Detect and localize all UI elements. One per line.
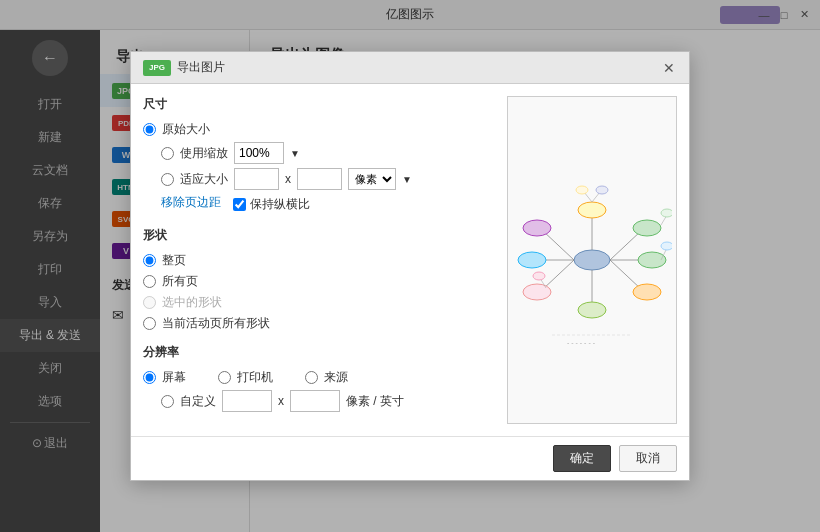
dialog-body: 尺寸 原始大小 使用缩放 ▼ 适应大小 736 [131,84,689,436]
screen-dpi-label: 屏幕 [162,369,186,386]
svg-point-18 [661,209,672,217]
dialog-title-text: 导出图片 [177,59,225,76]
custom-dpi-row: 自定义 96 x 96 像素 / 英寸 [143,390,495,412]
custom-dpi-label: 自定义 [180,393,216,410]
custom-dpi-w-input[interactable]: 96 [222,390,272,412]
keep-ratio-checkbox[interactable] [233,198,246,211]
svg-line-4 [542,230,574,260]
dialog-title-area: JPG 导出图片 [143,59,225,76]
custom-dpi-h-input[interactable]: 96 [290,390,340,412]
fit-label: 适应大小 [180,171,228,188]
svg-point-0 [574,250,610,270]
dpi-row: 屏幕 打印机 来源 [143,369,495,386]
svg-line-6 [542,260,574,290]
fit-row: 适应大小 736 x 728 像素 厘米 英寸 ▼ [143,168,495,190]
dialog-right-panel: - - - - - - - [507,96,677,424]
dialog-title-icon: JPG [143,60,171,76]
keep-ratio-label: 保持纵横比 [250,196,310,213]
svg-point-22 [533,272,545,280]
all-pages-radio[interactable] [143,254,156,267]
svg-point-20 [661,242,672,250]
size-section: 尺寸 原始大小 使用缩放 ▼ 适应大小 736 [143,96,495,215]
svg-point-15 [578,202,606,218]
fit-radio[interactable] [161,173,174,186]
fit-x-label: x [285,172,291,186]
scale-row: 使用缩放 ▼ [143,142,495,164]
all-pages-label: 整页 [162,252,186,269]
remove-margin-link[interactable]: 移除页边距 [161,194,221,211]
svg-line-3 [610,260,642,290]
margin-checkbox-row: 移除页边距 保持纵横比 [143,194,495,215]
custom-dpi-radio[interactable] [161,395,174,408]
ok-button[interactable]: 确定 [553,445,611,472]
svg-point-11 [633,284,661,300]
current-page-shapes-row: 当前活动页所有形状 [143,315,495,332]
svg-point-16 [578,302,606,318]
shape-section: 形状 整页 所有页 选中的形状 当前活动页所有 [143,227,495,332]
scale-radio[interactable] [161,147,174,160]
mindmap-preview: - - - - - - - [512,160,672,360]
scale-dropdown-icon[interactable]: ▼ [290,148,300,159]
dialog-close-button[interactable]: ✕ [661,60,677,76]
size-section-title: 尺寸 [143,96,495,113]
dpi-unit-label: 像素 / 英寸 [346,393,404,410]
source-dpi-radio[interactable] [305,371,318,384]
original-size-label: 原始大小 [162,121,210,138]
cancel-button[interactable]: 取消 [619,445,677,472]
export-dialog: JPG 导出图片 ✕ 尺寸 原始大小 使用缩放 [130,51,690,481]
dialog-header: JPG 导出图片 ✕ [131,52,689,84]
all-pages2-label: 所有页 [162,273,198,290]
printer-dpi-label: 打印机 [237,369,273,386]
current-page-shapes-radio[interactable] [143,317,156,330]
fit-width-input[interactable]: 736 [234,168,279,190]
svg-point-12 [523,220,551,236]
all-pages-row: 整页 [143,252,495,269]
svg-point-9 [633,220,661,236]
current-page-shapes-label: 当前活动页所有形状 [162,315,270,332]
screen-dpi-radio[interactable] [143,371,156,384]
fit-unit-select[interactable]: 像素 厘米 英寸 [348,168,396,190]
source-dpi-label: 来源 [324,369,348,386]
svg-point-26 [596,186,608,194]
dpi-section: 分辨率 屏幕 打印机 来源 自定义 96 [143,344,495,412]
svg-point-10 [638,252,666,268]
original-size-radio[interactable] [143,123,156,136]
svg-line-1 [610,230,642,260]
selected-shapes-radio[interactable] [143,296,156,309]
svg-point-14 [523,284,551,300]
svg-point-13 [518,252,546,268]
svg-text:- - - - - - -: - - - - - - - [567,339,596,346]
dialog-left-panel: 尺寸 原始大小 使用缩放 ▼ 适应大小 736 [143,96,495,424]
shape-section-title: 形状 [143,227,495,244]
all-pages2-row: 所有页 [143,273,495,290]
selected-shapes-label: 选中的形状 [162,294,222,311]
selected-shapes-row: 选中的形状 [143,294,495,311]
printer-dpi-radio[interactable] [218,371,231,384]
scale-input[interactable] [234,142,284,164]
dpi-section-title: 分辨率 [143,344,495,361]
all-pages2-radio[interactable] [143,275,156,288]
scale-label: 使用缩放 [180,145,228,162]
fit-height-input[interactable]: 728 [297,168,342,190]
svg-point-24 [576,186,588,194]
keep-ratio-row: 保持纵横比 [233,196,310,213]
dpi-x-label: x [278,394,284,408]
dialog-footer: 确定 取消 [131,436,689,480]
original-size-row: 原始大小 [143,121,495,138]
fit-unit-dropdown: ▼ [402,174,412,185]
dialog-overlay: JPG 导出图片 ✕ 尺寸 原始大小 使用缩放 [0,0,820,532]
